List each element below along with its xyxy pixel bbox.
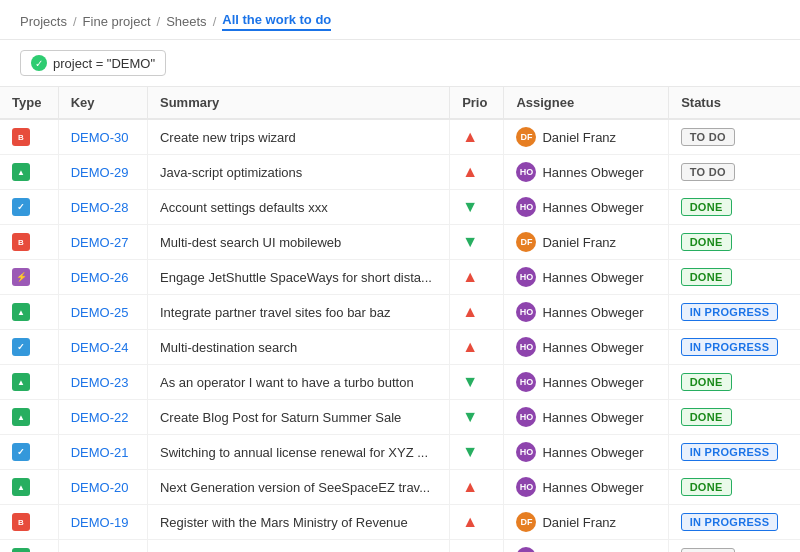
col-type[interactable]: Type: [0, 87, 58, 119]
cell-type: ▲: [0, 400, 58, 435]
table-row[interactable]: BDEMO-30Create new trips wizard▲DFDaniel…: [0, 119, 800, 155]
col-key[interactable]: Key: [58, 87, 147, 119]
cell-type: ⚡: [0, 260, 58, 295]
cell-key[interactable]: DEMO-27: [58, 225, 147, 260]
cell-key[interactable]: DEMO-26: [58, 260, 147, 295]
cell-summary: Create Blog Post for Saturn Summer Sale: [147, 400, 449, 435]
cell-assignee: HOHannes Obweger: [504, 330, 668, 364]
cell-key[interactable]: DEMO-29: [58, 155, 147, 190]
avatar: DF: [516, 232, 536, 252]
cell-type: ▲: [0, 540, 58, 553]
cell-prio: ▼: [450, 365, 504, 400]
status-badge: IN PROGRESS: [681, 513, 779, 531]
cell-summary: Multi-destination search: [147, 330, 449, 365]
avatar: HO: [516, 162, 536, 182]
table-row[interactable]: ▲DEMO-18Planet Taxi Device exploration &…: [0, 540, 800, 553]
cell-status: IN PROGRESS: [669, 435, 800, 470]
cell-type: ✓: [0, 190, 58, 225]
svg-text:✓: ✓: [17, 342, 25, 352]
svg-text:▲: ▲: [17, 378, 25, 387]
cell-summary: Register with the Mars Ministry of Reven…: [147, 505, 449, 540]
table-row[interactable]: ▲DEMO-22Create Blog Post for Saturn Summ…: [0, 400, 800, 435]
cell-type: B: [0, 119, 58, 155]
col-status[interactable]: Status: [669, 87, 800, 119]
status-badge: TO DO: [681, 548, 735, 552]
cell-key[interactable]: DEMO-20: [58, 470, 147, 505]
cell-key[interactable]: DEMO-30: [58, 119, 147, 155]
cell-status: DONE: [669, 225, 800, 260]
cell-assignee: HOHannes Obweger: [504, 400, 668, 434]
cell-status: IN PROGRESS: [669, 505, 800, 540]
filter-check-icon: ✓: [31, 55, 47, 71]
cell-summary: Switching to annual license renewal for …: [147, 435, 449, 470]
status-badge: TO DO: [681, 163, 735, 181]
avatar: HO: [516, 442, 536, 462]
cell-key[interactable]: DEMO-18: [58, 540, 147, 553]
svg-text:▲: ▲: [17, 308, 25, 317]
svg-text:⚡: ⚡: [16, 271, 28, 283]
breadcrumb-fine-project[interactable]: Fine project: [83, 14, 151, 29]
cell-assignee: HOHannes Obweger: [504, 365, 668, 399]
table-row[interactable]: ✓DEMO-21Switching to annual license rene…: [0, 435, 800, 470]
cell-prio: ▲: [450, 295, 504, 330]
table-row[interactable]: ▲DEMO-25Integrate partner travel sites f…: [0, 295, 800, 330]
cell-status: TO DO: [669, 119, 800, 155]
cell-assignee: HOHannes Obweger: [504, 470, 668, 504]
cell-prio: ▲: [450, 330, 504, 365]
status-badge: DONE: [681, 408, 732, 426]
cell-type: ✓: [0, 330, 58, 365]
svg-text:✓: ✓: [17, 447, 25, 457]
avatar: HO: [516, 267, 536, 287]
status-badge: TO DO: [681, 128, 735, 146]
cell-summary: Multi-dest search UI mobileweb: [147, 225, 449, 260]
status-badge: IN PROGRESS: [681, 303, 779, 321]
avatar: HO: [516, 547, 536, 552]
breadcrumb-projects[interactable]: Projects: [20, 14, 67, 29]
table-row[interactable]: ▲DEMO-23As an operator I want to have a …: [0, 365, 800, 400]
cell-key[interactable]: DEMO-19: [58, 505, 147, 540]
col-assignee[interactable]: Assignee: [504, 87, 669, 119]
avatar: HO: [516, 197, 536, 217]
cell-type: B: [0, 505, 58, 540]
cell-assignee: DFDaniel Franz: [504, 505, 668, 539]
table-row[interactable]: ▲DEMO-29Java-script optimizations▲HOHann…: [0, 155, 800, 190]
table-row[interactable]: BDEMO-27Multi-dest search UI mobileweb▼D…: [0, 225, 800, 260]
table-row[interactable]: ✓DEMO-28Account settings defaults xxx▼HO…: [0, 190, 800, 225]
breadcrumb-sheets[interactable]: Sheets: [166, 14, 206, 29]
status-badge: IN PROGRESS: [681, 338, 779, 356]
cell-status: IN PROGRESS: [669, 330, 800, 365]
table-row[interactable]: ⚡DEMO-26Engage JetShuttle SpaceWays for …: [0, 260, 800, 295]
status-badge: DONE: [681, 373, 732, 391]
cell-key[interactable]: DEMO-25: [58, 295, 147, 330]
cell-prio: ▲: [450, 260, 504, 295]
status-badge: DONE: [681, 478, 732, 496]
cell-key[interactable]: DEMO-24: [58, 330, 147, 365]
col-prio[interactable]: Prio: [450, 87, 504, 119]
cell-assignee: HOHannes Obweger: [504, 260, 668, 294]
cell-summary: Java-script optimizations: [147, 155, 449, 190]
cell-summary: Next Generation version of SeeSpaceEZ tr…: [147, 470, 449, 505]
table-row[interactable]: BDEMO-19Register with the Mars Ministry …: [0, 505, 800, 540]
cell-prio: ▲: [450, 505, 504, 540]
cell-assignee: HOHannes Obweger: [504, 190, 668, 224]
cell-summary: Engage JetShuttle SpaceWays for short di…: [147, 260, 449, 295]
cell-key[interactable]: DEMO-28: [58, 190, 147, 225]
cell-key[interactable]: DEMO-21: [58, 435, 147, 470]
avatar: HO: [516, 407, 536, 427]
table-row[interactable]: ✓DEMO-24Multi-destination search▲HOHanne…: [0, 330, 800, 365]
cell-summary: Account settings defaults xxx: [147, 190, 449, 225]
cell-assignee: HOHannes Obweger: [504, 295, 668, 329]
cell-status: DONE: [669, 260, 800, 295]
cell-prio: ▲: [450, 119, 504, 155]
filter-text: project = "DEMO": [53, 56, 155, 71]
col-summary[interactable]: Summary: [147, 87, 449, 119]
filter-pill[interactable]: ✓ project = "DEMO": [20, 50, 166, 76]
status-badge: IN PROGRESS: [681, 443, 779, 461]
cell-type: ✓: [0, 435, 58, 470]
avatar: HO: [516, 477, 536, 497]
table-row[interactable]: ▲DEMO-20Next Generation version of SeeSp…: [0, 470, 800, 505]
cell-key[interactable]: DEMO-22: [58, 400, 147, 435]
avatar: HO: [516, 372, 536, 392]
cell-assignee: HOHannes Obweger: [504, 435, 668, 469]
cell-key[interactable]: DEMO-23: [58, 365, 147, 400]
